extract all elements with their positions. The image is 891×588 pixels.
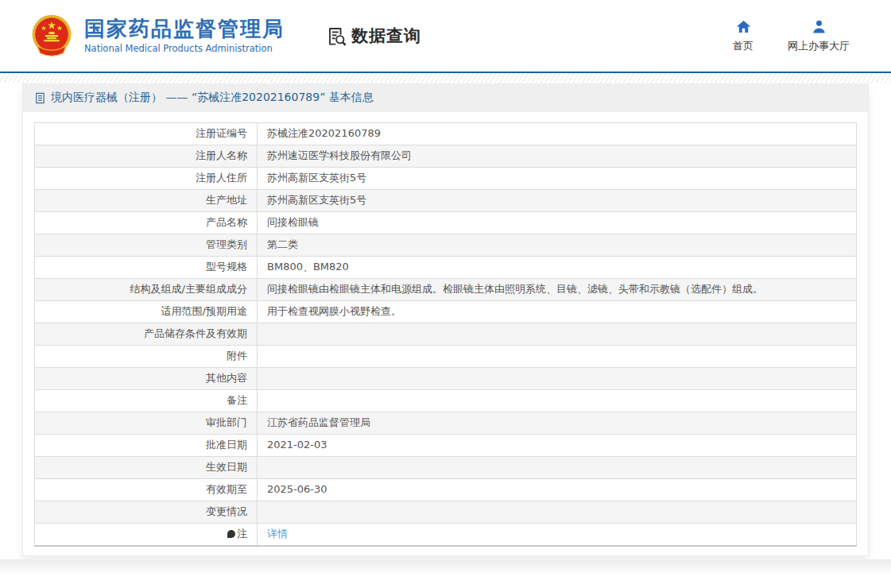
row-value: 用于检查视网膜小视野检查。 — [258, 301, 857, 323]
row-label: 产品名称 — [35, 212, 258, 234]
document-search-icon — [326, 25, 347, 47]
row-value: 江苏省药品监督管理局 — [258, 412, 857, 435]
row-value — [258, 346, 857, 368]
nav-home[interactable]: 首页 — [726, 18, 761, 53]
page-title: 境内医疗器械（注册） —— “苏械注准20202160789” 基本信息 — [51, 91, 374, 105]
nav-home-label: 首页 — [733, 39, 753, 53]
registration-table-body: 注册证编号苏械注准20202160789注册人名称苏州速迈医学科技股份有限公司注… — [35, 123, 857, 546]
row-value — [258, 390, 857, 412]
row-value: 详情 — [258, 524, 857, 546]
row-label: 管理类别 — [35, 234, 258, 257]
row-label: 有效期至 — [35, 479, 258, 501]
registration-info-table: 注册证编号苏械注准20202160789注册人名称苏州速迈医学科技股份有限公司注… — [34, 122, 857, 547]
row-value — [258, 501, 857, 524]
table-row: 管理类别第二类 — [35, 234, 857, 257]
table-row: 注册人住所苏州高新区支英街5号 — [35, 168, 857, 190]
table-row: 生产地址苏州高新区支英街5号 — [35, 190, 857, 212]
table-row: 注册证编号苏械注准20202160789 — [35, 123, 857, 145]
row-label: 审批部门 — [35, 412, 258, 435]
row-value — [258, 457, 857, 479]
row-label: 产品储存条件及有效期 — [35, 323, 258, 346]
breadcrumb: 境内医疗器械（注册） —— “苏械注准20202160789” 基本信息 — [23, 83, 868, 112]
row-label: 注册证编号 — [35, 123, 258, 145]
table-row: 审批部门江苏省药品监督管理局 — [35, 412, 857, 435]
table-row: 其他内容 — [35, 368, 857, 390]
nav-online-service-hall[interactable]: 网上办事大厅 — [788, 18, 850, 53]
nav-hall-label: 网上办事大厅 — [788, 39, 850, 53]
note-balloon-icon — [227, 530, 235, 538]
table-row: 产品名称间接检眼镜 — [35, 212, 857, 234]
bottom-shadow-strip — [0, 559, 891, 574]
home-icon — [735, 18, 752, 35]
data-query-section[interactable]: 数据查询 — [326, 25, 421, 47]
row-label: 其他内容 — [35, 368, 258, 390]
row-label: 适用范围/预期用途 — [35, 301, 258, 323]
site-header: 国家药品监督管理局 National Medical Products Admi… — [0, 0, 891, 73]
table-row: 备注 — [35, 390, 857, 412]
data-query-label: 数据查询 — [351, 25, 421, 47]
table-row: 型号规格BM800、BM820 — [35, 257, 857, 279]
row-label: 备注 — [35, 390, 258, 412]
panel-body: 注册证编号苏械注准20202160789注册人名称苏州速迈医学科技股份有限公司注… — [23, 112, 868, 555]
agency-subtitle: National Medical Products Administration — [84, 43, 285, 54]
row-value: 苏州高新区支英街5号 — [258, 190, 857, 212]
row-value: 2021-02-03 — [258, 435, 857, 457]
row-value: 2025-06-30 — [258, 479, 857, 501]
user-icon — [811, 18, 827, 35]
row-label: 注册人名称 — [35, 145, 258, 168]
row-value: 苏州速迈医学科技股份有限公司 — [258, 145, 857, 168]
row-value — [258, 368, 857, 390]
row-label: 附件 — [35, 346, 258, 368]
table-row: 注详情 — [35, 524, 857, 546]
row-label: 注册人住所 — [35, 168, 258, 190]
table-row: 附件 — [35, 346, 857, 368]
row-label: 注 — [35, 524, 258, 546]
table-row: 批准日期2021-02-03 — [35, 435, 857, 457]
agency-logo-group[interactable]: 国家药品监督管理局 National Medical Products Admi… — [29, 13, 285, 59]
details-link[interactable]: 详情 — [267, 528, 288, 540]
table-row: 产品储存条件及有效期 — [35, 323, 857, 346]
row-value: 间接检眼镜由检眼镜主体和电源组成。检眼镜主体由照明系统、目镜、滤镜、头带和示教镜… — [258, 279, 857, 301]
row-value: 苏州高新区支英街5号 — [258, 168, 857, 190]
agency-title: 国家药品监督管理局 — [84, 17, 285, 41]
table-row: 生效日期 — [35, 457, 857, 479]
national-emblem-icon — [29, 13, 75, 59]
agency-title-block: 国家药品监督管理局 National Medical Products Admi… — [84, 17, 285, 54]
row-value: 间接检眼镜 — [258, 212, 857, 234]
table-row: 适用范围/预期用途用于检查视网膜小视野检查。 — [35, 301, 857, 323]
row-label: 型号规格 — [35, 257, 258, 279]
row-value: BM800、BM820 — [258, 257, 857, 279]
row-value: 苏械注准20202160789 — [258, 123, 857, 145]
table-row: 结构及组成/主要组成成分间接检眼镜由检眼镜主体和电源组成。检眼镜主体由照明系统、… — [35, 279, 857, 301]
table-row: 注册人名称苏州速迈医学科技股份有限公司 — [35, 145, 857, 168]
row-label: 变更情况 — [35, 501, 258, 524]
row-value — [258, 323, 857, 346]
row-label: 生产地址 — [35, 190, 258, 212]
row-label: 生效日期 — [35, 457, 258, 479]
table-row: 有效期至2025-06-30 — [35, 479, 857, 501]
decorative-hatch-strip — [0, 73, 891, 83]
table-row: 变更情况 — [35, 501, 857, 524]
row-value: 第二类 — [258, 234, 857, 257]
document-icon — [34, 92, 46, 104]
header-nav: 首页 网上办事大厅 — [726, 18, 850, 53]
content-panel: 境内医疗器械（注册） —— “苏械注准20202160789” 基本信息 注册证… — [22, 83, 869, 556]
row-label: 结构及组成/主要组成成分 — [35, 279, 258, 301]
row-label: 批准日期 — [35, 435, 258, 457]
